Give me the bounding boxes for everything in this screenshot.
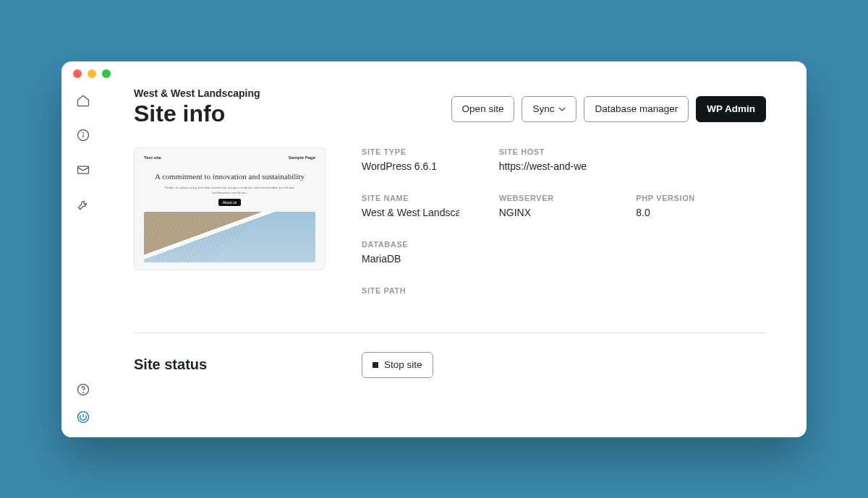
preview-hero-subtitle: Études is a pioneering firm that seamles… <box>144 185 315 195</box>
svg-point-2 <box>83 132 84 133</box>
site-preview-thumbnail[interactable]: Test site Sample Page A commitment to in… <box>134 147 326 270</box>
main-content: West & West Landscaping Site info Open s… <box>105 86 807 437</box>
close-window-button[interactable] <box>73 69 82 78</box>
app-window: West & West Landscaping Site info Open s… <box>61 61 807 437</box>
value-site-name: West & West Landsca <box>362 207 459 218</box>
stop-site-label: Stop site <box>384 359 422 370</box>
label-site-type: SITE TYPE <box>362 147 492 156</box>
label-php-version: PHP VERSION <box>636 194 766 202</box>
preview-site-name: Test site <box>144 155 161 160</box>
label-site-path: SITE PATH <box>362 286 766 295</box>
open-site-button[interactable]: Open site <box>451 96 515 122</box>
svg-point-5 <box>83 392 84 392</box>
value-database: MariaDB <box>362 253 459 265</box>
info-icon[interactable] <box>76 128 90 142</box>
field-site-path: SITE PATH <box>362 286 766 299</box>
sidebar <box>61 86 105 437</box>
mail-icon[interactable] <box>76 163 90 177</box>
maximize-window-button[interactable] <box>102 69 111 78</box>
section-divider <box>134 332 766 333</box>
preview-nav-item: Sample Page <box>289 155 315 160</box>
site-status-title: Site status <box>134 356 207 373</box>
sync-label: Sync <box>532 103 554 114</box>
label-webserver: WEBSERVER <box>499 194 629 202</box>
info-grid: SITE TYPE WordPress 6.6.1 SITE HOST http… <box>362 147 766 299</box>
page-title: Site info <box>134 100 260 127</box>
field-php-version: PHP VERSION 8.0 <box>636 194 766 218</box>
label-database: DATABASE <box>362 240 492 249</box>
value-webserver: NGINX <box>499 207 597 218</box>
chevron-down-icon <box>558 106 566 113</box>
field-site-host: SITE HOST https://west-and-we <box>499 147 629 172</box>
tools-icon[interactable] <box>76 197 90 212</box>
preview-hero-image <box>144 212 315 262</box>
action-bar: Open site Sync Database manager WP Admin <box>451 96 766 122</box>
label-site-name: SITE NAME <box>362 194 492 202</box>
preview-hero-title: A commitment to innovation and sustainab… <box>144 171 315 181</box>
value-site-host: https://west-and-we <box>499 160 597 172</box>
field-database: DATABASE MariaDB <box>362 240 492 265</box>
svg-rect-3 <box>78 166 89 173</box>
stop-icon <box>373 362 378 368</box>
field-site-type: SITE TYPE WordPress 6.6.1 <box>362 147 492 172</box>
value-php-version: 8.0 <box>636 207 733 218</box>
help-icon[interactable] <box>76 382 90 397</box>
field-site-name: SITE NAME West & West Landsca <box>362 194 492 218</box>
field-webserver: WEBSERVER NGINX <box>499 194 629 218</box>
wp-admin-button[interactable]: WP Admin <box>696 96 766 122</box>
stop-site-button[interactable]: Stop site <box>362 352 433 378</box>
database-manager-button[interactable]: Database manager <box>584 96 689 122</box>
power-icon[interactable] <box>76 410 90 424</box>
home-icon[interactable] <box>76 93 90 108</box>
label-site-host: SITE HOST <box>499 147 629 156</box>
preview-cta: About us <box>218 199 242 206</box>
minimize-window-button[interactable] <box>88 69 96 78</box>
sync-button[interactable]: Sync <box>522 96 576 122</box>
window-titlebar <box>61 61 807 86</box>
value-site-type: WordPress 6.6.1 <box>362 160 459 172</box>
breadcrumb: West & West Landscaping <box>134 87 260 99</box>
